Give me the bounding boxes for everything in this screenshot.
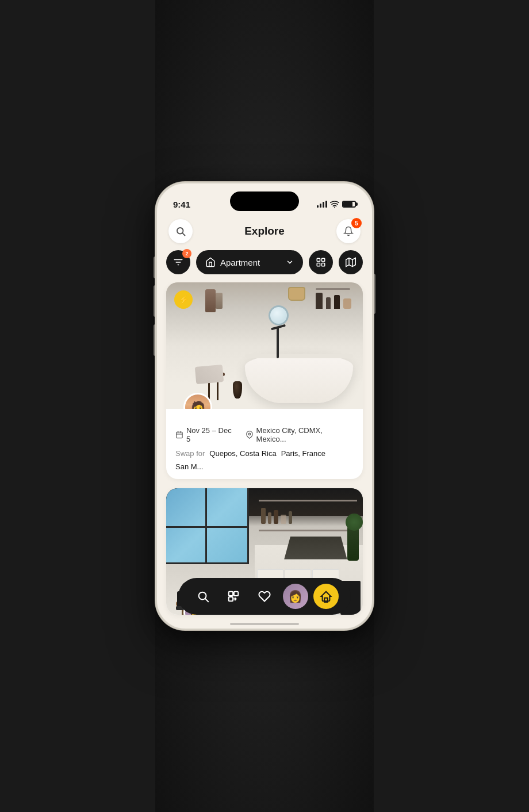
nav-home-icon [320, 590, 332, 603]
svg-rect-17 [229, 592, 233, 596]
svg-line-2 [182, 233, 185, 235]
nav-search-button[interactable] [190, 584, 216, 609]
card-meta-1: Nov 25 – Dec 5 Mexico City, CDMX, Mexico… [175, 426, 354, 443]
grid-view-button[interactable] [309, 250, 333, 274]
nav-favorites-button[interactable] [252, 584, 277, 609]
swap-label-1: Swap for [175, 449, 205, 458]
svg-rect-3 [317, 258, 320, 261]
apartment-label: Apartment [220, 258, 260, 267]
card-image-bathroom: ⚡ 🧑 [166, 282, 363, 409]
home-category-icon [205, 257, 216, 267]
signal-icon [317, 201, 327, 208]
map-view-button[interactable] [339, 250, 363, 274]
svg-rect-19 [229, 597, 233, 601]
grid-icon [316, 257, 326, 267]
status-time: 9:41 [173, 200, 190, 209]
filter-icon [173, 257, 183, 267]
screen-content: 9:41 [157, 183, 372, 629]
wifi-icon [330, 201, 339, 208]
bell-icon [343, 226, 354, 236]
card-info-1: Nov 25 – Dec 5 Mexico City, CDMX, Mexico… [166, 409, 363, 479]
status-icons [317, 201, 356, 208]
nav-heart-icon [258, 590, 271, 603]
nav-home-button[interactable] [313, 584, 339, 609]
search-button[interactable] [168, 219, 193, 243]
listing-card[interactable]: ⚡ 🧑 [166, 282, 363, 479]
svg-point-14 [248, 433, 250, 435]
map-icon [346, 257, 356, 267]
location-meta: Mexico City, CDMX, Mexico... [246, 426, 354, 443]
apartment-dropdown[interactable]: Apartment [196, 250, 303, 274]
header-right: 5 [336, 219, 361, 243]
svg-rect-10 [177, 432, 182, 438]
home-indicator [230, 623, 299, 625]
page-title: Explore [244, 225, 285, 238]
swap-place-1: Quepos, Costa Rica [209, 449, 276, 458]
nav-swap-icon [227, 590, 240, 603]
svg-rect-18 [234, 592, 238, 596]
swap-place-2: Paris, France [281, 449, 325, 458]
flash-icon: ⚡ [179, 295, 189, 304]
bottom-navigation: 👩 [178, 578, 351, 615]
notification-button[interactable]: 5 [336, 219, 361, 243]
location-icon [246, 431, 254, 439]
svg-point-0 [334, 206, 335, 208]
nav-profile-button[interactable]: 👩 [283, 584, 308, 609]
filter-badge: 2 [182, 249, 191, 258]
cards-container: ⚡ 🧑 [157, 282, 372, 627]
location-text: Mexico City, CDMX, Mexico... [256, 426, 354, 443]
swap-row-1: Swap for Quepos, Costa Rica Paris, Franc… [175, 449, 354, 471]
flash-badge: ⚡ [174, 290, 193, 309]
svg-marker-7 [346, 258, 356, 267]
swap-place-3: San M... [175, 462, 203, 471]
calendar-icon [175, 431, 183, 439]
svg-line-16 [205, 599, 208, 602]
svg-rect-4 [322, 258, 325, 261]
nav-search-icon [197, 590, 209, 603]
search-icon [175, 226, 186, 236]
nav-swap-button[interactable] [221, 584, 246, 609]
dynamic-island [230, 191, 299, 211]
phone-frame: 9:41 [155, 182, 374, 630]
date-text: Nov 25 – Dec 5 [186, 426, 237, 443]
date-meta: Nov 25 – Dec 5 [175, 426, 237, 443]
apartment-dropdown-left: Apartment [205, 257, 260, 267]
chevron-down-icon [286, 258, 294, 266]
battery-icon [342, 201, 356, 208]
notification-badge: 5 [351, 218, 362, 228]
nav-profile-icon: 👩 [288, 589, 302, 603]
svg-rect-5 [317, 263, 320, 266]
filter-button[interactable]: 2 [166, 250, 190, 274]
filter-row: 2 Apartment [157, 250, 372, 274]
svg-rect-6 [322, 263, 325, 266]
